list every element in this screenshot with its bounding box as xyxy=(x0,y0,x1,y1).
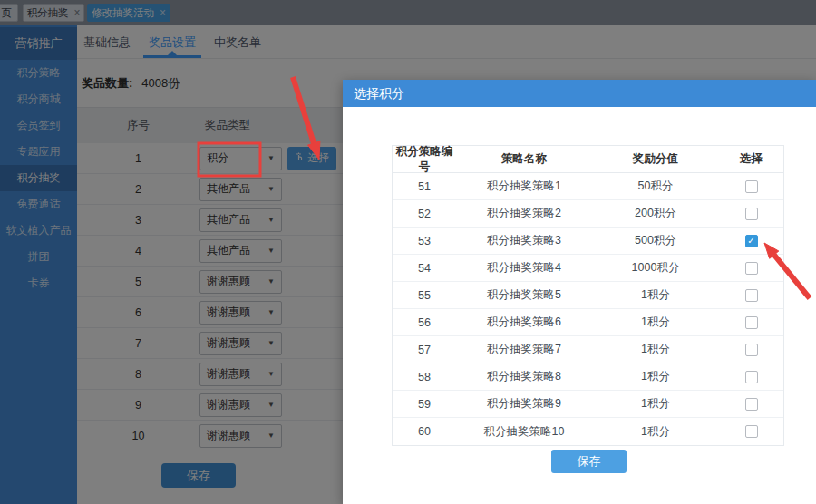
strategy-select-cell xyxy=(719,371,783,383)
strategy-reward-value: 1000积分 xyxy=(592,260,719,276)
strategy-name: 积分抽奖策略9 xyxy=(456,396,592,412)
strategy-id: 52 xyxy=(393,208,456,220)
screen: 页 积分抽奖 × 修改抽奖活动 × 营销推广积分策略积分商城会员签到专题应用积分… xyxy=(0,0,816,504)
strategy-checkbox[interactable] xyxy=(745,344,758,356)
strategy-row: 58积分抽奖策略81积分 xyxy=(393,363,783,391)
strategy-select-cell xyxy=(719,398,783,411)
strategy-row: 54积分抽奖策略41000积分 xyxy=(393,255,783,282)
strategy-reward-value: 50积分 xyxy=(592,179,719,194)
strategy-reward-value: 1积分 xyxy=(592,396,719,412)
strategy-select-cell xyxy=(719,262,783,275)
strategy-checkbox[interactable] xyxy=(745,289,758,302)
points-strategy-table: 积分策略编号 策略名称 奖励分值 选择 51积分抽奖策略150积分52积分抽奖策… xyxy=(392,145,784,446)
strategy-checkbox[interactable] xyxy=(745,316,758,329)
strategy-name: 积分抽奖策略4 xyxy=(456,260,592,276)
strategy-checkbox[interactable]: ✓ xyxy=(745,235,758,247)
strategy-name: 积分抽奖策略3 xyxy=(456,233,592,248)
strategy-checkbox[interactable] xyxy=(745,425,758,438)
strategy-id: 58 xyxy=(393,371,456,383)
modal-save-button[interactable]: 保存 xyxy=(551,450,627,473)
strategy-checkbox[interactable] xyxy=(745,262,758,275)
strategy-row: 52积分抽奖策略2200积分 xyxy=(393,200,783,228)
strategy-name: 积分抽奖策略7 xyxy=(456,342,592,357)
strategy-select-cell xyxy=(719,180,783,193)
strategy-reward-value: 1积分 xyxy=(592,287,719,303)
strategy-id: 54 xyxy=(393,262,456,275)
strategy-select-cell xyxy=(719,316,783,329)
strategy-checkbox[interactable] xyxy=(745,180,758,193)
strategy-checkbox[interactable] xyxy=(745,398,758,411)
strategy-reward-value: 200积分 xyxy=(592,206,719,221)
strategy-reward-value: 1积分 xyxy=(592,369,719,384)
strategy-select-cell xyxy=(719,289,783,302)
strategy-select-cell xyxy=(719,208,783,220)
strategy-id: 60 xyxy=(393,425,456,438)
strategy-reward-value: 1积分 xyxy=(592,342,719,357)
strategy-select-cell xyxy=(719,425,783,438)
strategy-reward-value: 500积分 xyxy=(592,233,719,248)
select-points-modal: 选择积分 积分策略编号 策略名称 奖励分值 选择 51积分抽奖策略150积分52… xyxy=(343,80,816,504)
strategy-id: 53 xyxy=(393,235,456,247)
strategy-checkbox[interactable] xyxy=(745,371,758,383)
column-header-select: 选择 xyxy=(719,151,783,167)
strategy-name: 积分抽奖策略1 xyxy=(456,179,592,194)
strategy-id: 55 xyxy=(393,289,456,302)
strategy-row: 60积分抽奖策略101积分 xyxy=(393,418,783,445)
strategy-name: 积分抽奖策略2 xyxy=(456,206,592,221)
column-header-strategy-id: 积分策略编号 xyxy=(393,144,456,175)
strategy-id: 59 xyxy=(393,398,456,411)
strategy-id: 51 xyxy=(393,180,456,193)
strategy-name: 积分抽奖策略10 xyxy=(456,424,592,440)
modal-title: 选择积分 xyxy=(343,80,816,107)
strategy-row: 56积分抽奖策略61积分 xyxy=(393,309,783,336)
strategy-name: 积分抽奖策略5 xyxy=(456,287,592,303)
points-strategy-table-header: 积分策略编号 策略名称 奖励分值 选择 xyxy=(393,146,783,173)
strategy-row: 55积分抽奖策略51积分 xyxy=(393,282,783,309)
strategy-reward-value: 1积分 xyxy=(592,424,719,440)
strategy-checkbox[interactable] xyxy=(745,208,758,220)
strategy-select-cell xyxy=(719,344,783,356)
strategy-row: 57积分抽奖策略71积分 xyxy=(393,336,783,363)
strategy-row: 51积分抽奖策略150积分 xyxy=(393,173,783,200)
strategy-id: 57 xyxy=(393,344,456,356)
strategy-id: 56 xyxy=(393,316,456,329)
column-header-reward-value: 奖励分值 xyxy=(592,151,719,167)
strategy-name: 积分抽奖策略6 xyxy=(456,315,592,330)
strategy-row: 53积分抽奖策略3500积分✓ xyxy=(393,228,783,255)
strategy-reward-value: 1积分 xyxy=(592,315,719,330)
strategy-row: 59积分抽奖策略91积分 xyxy=(393,391,783,418)
column-header-strategy-name: 策略名称 xyxy=(456,151,592,167)
strategy-select-cell: ✓ xyxy=(719,235,783,247)
strategy-name: 积分抽奖策略8 xyxy=(456,369,592,384)
